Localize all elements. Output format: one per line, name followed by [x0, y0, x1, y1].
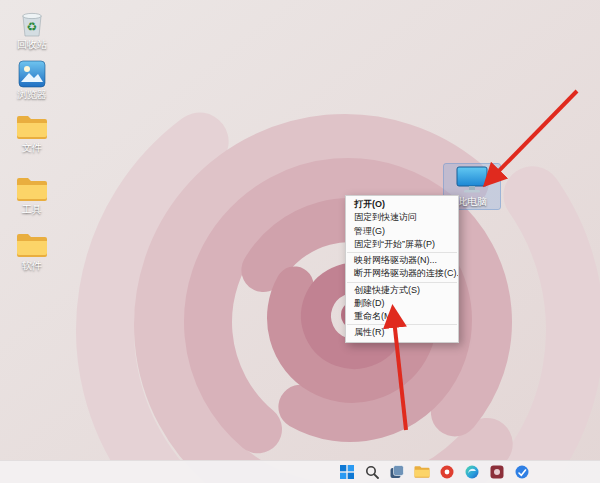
app-icon [18, 60, 46, 88]
menu-item-create-shortcut[interactable]: 创建快捷方式(S) [346, 284, 458, 297]
desktop: { "colors": { "arrow": "#e02a1e", "taskb… [0, 0, 600, 483]
red-app-icon [440, 465, 454, 479]
taskbar-icons [338, 461, 531, 483]
folder-icon [16, 232, 48, 259]
menu-item-properties[interactable]: 属性(R) [346, 326, 458, 339]
edge-icon [465, 465, 479, 479]
desktop-icon-folder-2[interactable]: 工具 [4, 176, 60, 216]
desktop-icon-folder-1[interactable]: 文件 [4, 114, 60, 154]
search-button[interactable] [363, 463, 381, 481]
icon-label: 此电脑 [457, 197, 487, 208]
desktop-icon-app[interactable]: 浏览器 [4, 60, 60, 101]
menu-item-pin-quick-access[interactable]: 固定到快速访问 [346, 211, 458, 224]
search-icon [365, 465, 379, 479]
menu-item-map-network-drive[interactable]: 映射网络驱动器(N)... [346, 254, 458, 267]
taskbar-app-dark[interactable] [488, 463, 506, 481]
menu-item-delete[interactable]: 删除(D) [346, 297, 458, 310]
menu-item-manage[interactable]: 管理(G) [346, 225, 458, 238]
menu-separator [347, 252, 457, 253]
recycle-bin-icon: ♻ [17, 6, 47, 38]
wallpaper-bloom [0, 0, 600, 483]
task-view-icon [390, 465, 404, 479]
context-menu: 打开(O) 固定到快速访问 管理(G) 固定到“开始”屏幕(P) 映射网络驱动器… [345, 195, 459, 343]
taskbar [0, 460, 600, 483]
icon-label: 文件 [22, 143, 42, 154]
blue-app-icon [515, 465, 529, 479]
desktop-icon-folder-3[interactable]: 软件 [4, 232, 60, 272]
this-pc-icon [455, 165, 489, 195]
start-button[interactable] [338, 463, 356, 481]
taskbar-app-red[interactable] [438, 463, 456, 481]
taskbar-app-blue[interactable] [513, 463, 531, 481]
icon-label: 回收站 [17, 40, 47, 51]
icon-label: 工具 [22, 205, 42, 216]
menu-separator [347, 324, 457, 325]
windows-logo-icon [340, 465, 354, 479]
desktop-icon-recycle-bin[interactable]: ♻ 回收站 [4, 6, 60, 51]
file-explorer-icon [414, 465, 430, 479]
folder-icon [16, 114, 48, 141]
menu-item-disconnect-network-drive[interactable]: 断开网络驱动器的连接(C)... [346, 267, 458, 280]
menu-item-rename[interactable]: 重命名(M) [346, 310, 458, 323]
menu-item-pin-to-start[interactable]: 固定到“开始”屏幕(P) [346, 238, 458, 251]
svg-text:♻: ♻ [27, 20, 38, 34]
menu-separator [347, 282, 457, 283]
menu-item-open[interactable]: 打开(O) [346, 198, 458, 211]
file-explorer-button[interactable] [413, 463, 431, 481]
icon-label: 软件 [22, 261, 42, 272]
task-view-button[interactable] [388, 463, 406, 481]
folder-icon [16, 176, 48, 203]
edge-browser-button[interactable] [463, 463, 481, 481]
dark-app-icon [490, 465, 504, 479]
icon-label: 浏览器 [17, 90, 47, 101]
